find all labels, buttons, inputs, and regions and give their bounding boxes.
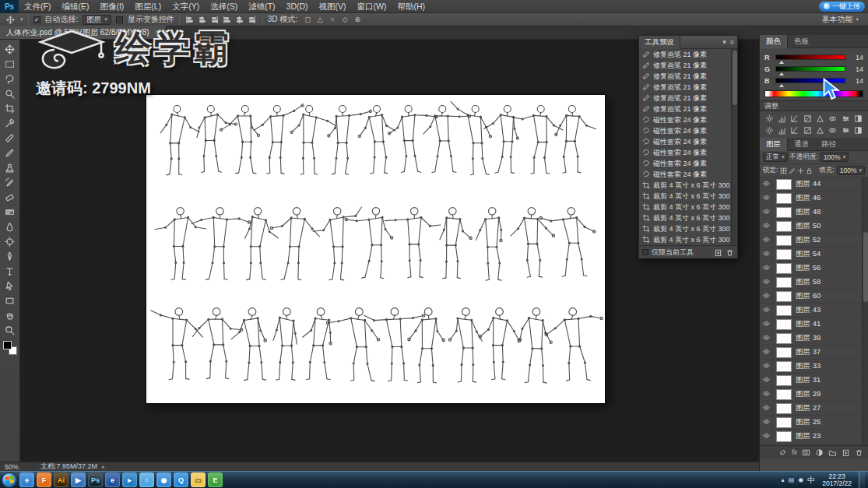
- taskbar-clock[interactable]: 22:23 2017/2/22: [819, 473, 855, 487]
- new-layer-icon[interactable]: [842, 448, 850, 457]
- slider-thumb[interactable]: [779, 84, 784, 87]
- layers-panel-tab-0[interactable]: 图层: [760, 138, 788, 151]
- layer-thumbnail[interactable]: [776, 207, 792, 218]
- preset-row[interactable]: 磁性套索 24 像素: [639, 114, 737, 125]
- history-brush-tool-icon[interactable]: [2, 175, 19, 190]
- channel-slider[interactable]: [775, 54, 845, 60]
- pen-tool-icon[interactable]: [2, 249, 19, 264]
- layer-visibility-toggle[interactable]: [760, 374, 773, 388]
- brightness-contrast-icon[interactable]: [764, 114, 775, 124]
- taskbar-media-player[interactable]: ▶: [71, 472, 86, 487]
- color-panel-tab-0[interactable]: 颜色: [760, 35, 788, 48]
- language-indicator[interactable]: 中: [807, 475, 815, 486]
- layers-scroll-thumb[interactable]: [863, 232, 868, 302]
- type-tool-icon[interactable]: [2, 264, 19, 279]
- align-icon-0[interactable]: [184, 15, 195, 25]
- layer-row[interactable]: 图层 46: [760, 191, 868, 205]
- mode-3d-icon-2[interactable]: ○: [327, 15, 338, 25]
- menu-w[interactable]: 窗口(W): [352, 0, 392, 13]
- menu-h[interactable]: 帮助(H): [392, 0, 431, 13]
- menu-3dd[interactable]: 3D(D): [281, 0, 314, 13]
- levels-icon[interactable]: [776, 114, 787, 124]
- taskbar-firefox[interactable]: F: [37, 472, 51, 487]
- delete-preset-icon[interactable]: [726, 248, 734, 257]
- layer-thumbnail[interactable]: [776, 319, 792, 330]
- mode-3d-icon-4[interactable]: ⊕: [352, 15, 363, 25]
- link-layers-icon[interactable]: [778, 448, 787, 457]
- layer-thumbnail[interactable]: [776, 361, 792, 372]
- layers-panel-tab-1[interactable]: 通道: [788, 138, 815, 151]
- preset-row[interactable]: 磁性套索 24 像素: [639, 147, 737, 158]
- layer-thumbnail[interactable]: [776, 403, 792, 414]
- layers-panel-tab-2[interactable]: 路径: [815, 138, 842, 151]
- auto-select-checkbox[interactable]: ✓: [33, 16, 40, 23]
- dodge-tool-icon[interactable]: [2, 234, 19, 249]
- color-balance-icon[interactable]: [840, 114, 851, 124]
- align-icon-4[interactable]: [234, 15, 245, 25]
- delete-layer-icon[interactable]: [855, 448, 863, 457]
- presets-scrollbar[interactable]: [731, 49, 737, 245]
- layer-row[interactable]: 图层 58: [760, 276, 868, 290]
- layer-row[interactable]: 图层 31: [760, 374, 868, 388]
- layer-row[interactable]: 图层 56: [760, 262, 868, 276]
- layer-row[interactable]: 图层 37: [760, 346, 868, 360]
- layer-visibility-toggle[interactable]: [760, 205, 773, 219]
- presets-scroll-thumb[interactable]: [733, 51, 737, 105]
- crop-tool-icon[interactable]: [2, 101, 19, 116]
- preset-row[interactable]: 裁剪 4 英寸 x 6 英寸 300 ppi: [639, 212, 737, 223]
- preset-row[interactable]: 裁剪 4 英寸 x 6 英寸 300 ppi: [639, 223, 737, 234]
- menu-l[interactable]: 图层(L): [129, 0, 167, 13]
- taskbar-internet-explorer[interactable]: e: [19, 472, 34, 487]
- layer-row[interactable]: 图层 33: [760, 360, 868, 374]
- fill-dropdown[interactable]: 100% ▾: [837, 166, 865, 175]
- auto-select-target-dropdown[interactable]: 图层 ▾: [83, 15, 111, 25]
- menu-v[interactable]: 视图(V): [314, 0, 352, 13]
- preset-row[interactable]: 修复画笔 21 像素: [639, 49, 737, 60]
- foreground-background-swatches[interactable]: [3, 341, 17, 355]
- photoshop-logo[interactable]: Ps: [0, 0, 19, 13]
- layer-visibility-toggle[interactable]: [760, 219, 773, 233]
- shape-tool-icon[interactable]: [2, 293, 19, 308]
- layer-visibility-toggle[interactable]: [760, 262, 773, 276]
- lock-all-icon[interactable]: [806, 167, 813, 174]
- layer-thumbnail[interactable]: [776, 235, 792, 246]
- menu-y[interactable]: 文字(Y): [167, 0, 205, 13]
- layer-visibility-toggle[interactable]: [760, 360, 773, 374]
- panel-menu-icon[interactable]: ≡: [730, 38, 734, 46]
- layer-visibility-toggle[interactable]: [760, 233, 773, 248]
- network-icon[interactable]: ▤: [789, 476, 795, 483]
- taskbar-safari[interactable]: ◉: [156, 472, 171, 487]
- eyedropper-tool-icon[interactable]: [2, 116, 19, 131]
- status-flyout-icon[interactable]: ▸: [102, 464, 105, 470]
- eraser-tool-icon[interactable]: [2, 190, 19, 205]
- layer-visibility-toggle[interactable]: [760, 276, 773, 290]
- taskbar-video-player[interactable]: ▸: [122, 472, 137, 487]
- layer-row[interactable]: 图层 48: [760, 205, 868, 219]
- layer-thumbnail[interactable]: [776, 417, 792, 428]
- hue-saturation-icon[interactable]: [828, 114, 838, 124]
- preset-row[interactable]: 修复画笔 21 像素: [639, 104, 737, 114]
- layer-visibility-toggle[interactable]: [760, 388, 773, 402]
- layer-thumbnail[interactable]: [776, 179, 792, 190]
- layer-style-icon[interactable]: fx: [792, 448, 797, 456]
- layer-row[interactable]: 图层 27: [760, 402, 868, 416]
- taskbar-chrome[interactable]: ○: [139, 472, 154, 487]
- taskbar-photoshop[interactable]: Ps: [88, 472, 103, 487]
- taskbar-internet-explorer-2[interactable]: e: [105, 472, 120, 487]
- color-lookup-icon[interactable]: [789, 125, 800, 135]
- layer-thumbnail[interactable]: [776, 333, 792, 344]
- layer-row[interactable]: 图层 44: [760, 177, 868, 191]
- preset-row[interactable]: 修复画笔 21 像素: [639, 82, 737, 93]
- layer-visibility-toggle[interactable]: [760, 290, 773, 304]
- align-icon-1[interactable]: [197, 15, 208, 25]
- channel-value[interactable]: 14: [849, 77, 863, 85]
- gradient-map-icon[interactable]: [840, 125, 851, 135]
- black-white-icon[interactable]: [853, 114, 864, 124]
- preset-row[interactable]: 裁剪 4 英寸 x 6 英寸 300 ppi: [639, 202, 737, 212]
- healing-brush-tool-icon[interactable]: [2, 131, 19, 146]
- layer-thumbnail[interactable]: [776, 375, 792, 386]
- blur-tool-icon[interactable]: [2, 219, 19, 234]
- align-icon-3[interactable]: [222, 15, 233, 25]
- layer-visibility-toggle[interactable]: [760, 177, 773, 191]
- layer-visibility-toggle[interactable]: [760, 346, 773, 360]
